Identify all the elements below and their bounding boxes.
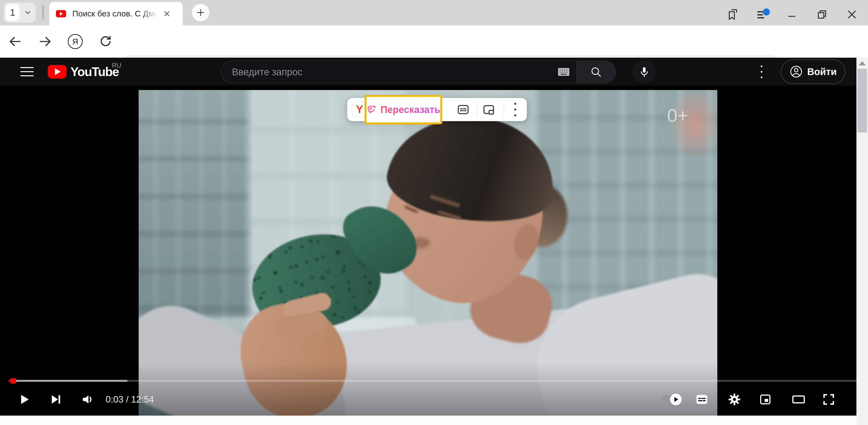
keyboard-icon[interactable] — [557, 66, 570, 78]
overlay-separator — [503, 103, 504, 116]
fullscreen-button[interactable] — [814, 387, 843, 412]
restore-window-button[interactable] — [811, 4, 833, 25]
close-window-button[interactable] — [841, 4, 863, 25]
progress-buffered — [9, 380, 127, 382]
youtube-region-badge: RU — [112, 62, 121, 69]
page-scrollbar[interactable] — [857, 58, 868, 425]
overlay-pip-icon[interactable] — [481, 102, 496, 117]
video-frame[interactable]: 0+ — [138, 90, 717, 416]
time-display: 0:03 / 12:54 — [105, 387, 154, 412]
tab-close-icon[interactable] — [161, 7, 173, 20]
active-tab[interactable]: Поиск без слов. С Дмит — [49, 2, 183, 25]
search-field[interactable] — [221, 61, 576, 83]
avatar-icon — [789, 65, 803, 79]
next-video-button[interactable] — [41, 387, 70, 412]
youtube-wordmark[interactable]: YouTube — [70, 64, 119, 79]
youtube-favicon-icon — [56, 10, 66, 18]
theater-mode-button[interactable] — [784, 387, 813, 412]
tab-title: Поиск без слов. С Дмит — [72, 9, 159, 18]
video-scene — [138, 90, 717, 416]
progress-bar[interactable] — [9, 380, 859, 382]
retell-label: Пересказать — [380, 104, 440, 115]
sign-in-button[interactable]: Войти — [781, 59, 845, 84]
chevron-down-icon[interactable] — [20, 8, 36, 17]
reload-button[interactable] — [94, 29, 118, 54]
youtube-logo-icon[interactable] — [48, 65, 66, 79]
yandex-search-button[interactable]: Я — [63, 29, 87, 54]
search-button[interactable] — [576, 61, 616, 83]
scrollbar-up-arrow-icon[interactable] — [859, 61, 866, 65]
yandex-video-overlay: Y Пересказать — [347, 98, 527, 121]
overlay-captions-icon[interactable] — [456, 102, 471, 117]
tab-counter-button[interactable]: 1 — [4, 2, 36, 23]
new-tab-button[interactable] — [192, 4, 209, 21]
tab-separator — [43, 5, 43, 19]
minimize-button[interactable] — [781, 4, 803, 25]
subtitles-button[interactable] — [687, 387, 716, 412]
youtube-header: YouTube RU — [0, 58, 868, 86]
video-player: 0+ Y Пересказать — [0, 86, 868, 416]
browser-toolbar: Я www.youtube.com Поиск без слов. С Дмит… — [0, 25, 868, 58]
overlay-separator — [477, 103, 477, 116]
yandex-letter: Я — [68, 34, 83, 49]
settings-gear-icon[interactable] — [720, 387, 749, 412]
browser-window: 1 Поиск без слов. С Дмит — [0, 0, 868, 425]
scrollbar-thumb[interactable] — [858, 69, 867, 133]
sign-in-label: Войти — [807, 66, 837, 77]
volume-button[interactable] — [73, 387, 102, 412]
voice-search-mic-icon[interactable] — [633, 60, 656, 84]
tab-count: 1 — [5, 4, 20, 21]
retell-button-highlighted[interactable]: Пересказать — [365, 95, 442, 124]
miniplayer-button[interactable] — [751, 387, 780, 412]
forward-button[interactable] — [33, 29, 57, 54]
autoplay-toggle[interactable] — [656, 387, 685, 412]
retell-bubble-icon — [367, 103, 377, 116]
play-button[interactable] — [9, 387, 38, 412]
overlay-more-kebab-icon[interactable] — [508, 102, 523, 117]
search-input[interactable] — [221, 66, 557, 78]
back-button[interactable] — [3, 29, 27, 54]
age-rating-badge: 0+ — [667, 105, 688, 126]
hamburger-menu-icon[interactable] — [18, 65, 37, 78]
tab-bar: 1 Поиск без слов. С Дмит — [0, 0, 868, 25]
progress-playhead[interactable] — [10, 378, 16, 384]
profile-button[interactable] — [753, 4, 774, 25]
side-panel-bookmarks-icon[interactable] — [722, 4, 744, 25]
youtube-settings-kebab-icon[interactable] — [752, 60, 771, 84]
page-content-strip — [0, 416, 868, 425]
